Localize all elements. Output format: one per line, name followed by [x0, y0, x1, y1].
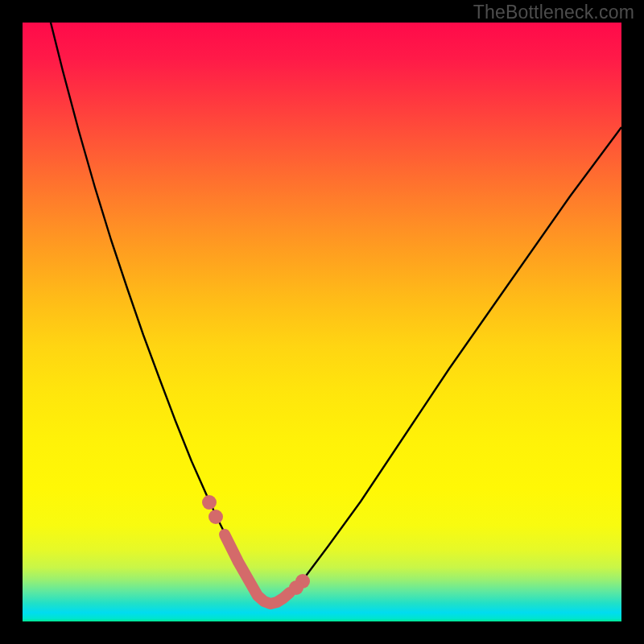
plot-area [23, 23, 621, 621]
bottleneck-range-left-upper-dot [202, 495, 217, 510]
outer-frame: TheBottleneck.com [0, 0, 644, 644]
bottleneck-range-left-mid-dot [208, 510, 223, 524]
bottleneck-curve [47, 23, 621, 605]
watermark-text: TheBottleneck.com [473, 2, 634, 23]
bottleneck-range-valley [225, 535, 290, 604]
chart-svg [23, 23, 621, 621]
bottleneck-range-right-mid-dot [289, 580, 303, 595]
